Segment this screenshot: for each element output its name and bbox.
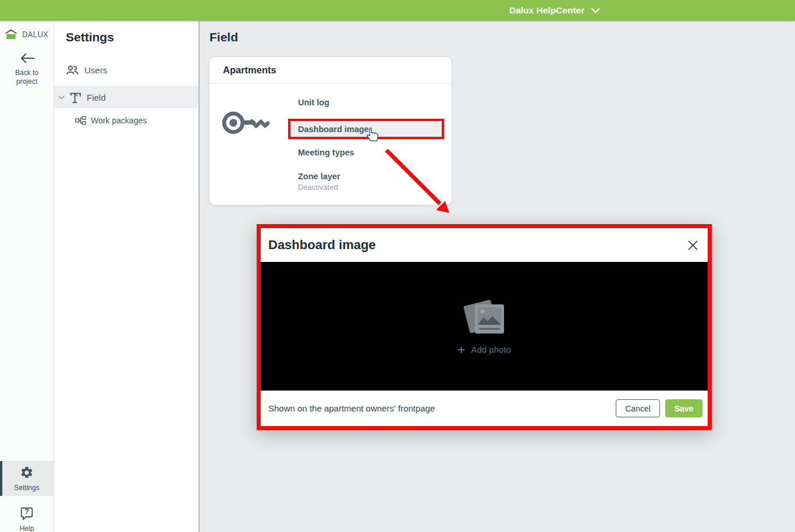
logo-text: DALUX [22, 30, 48, 39]
project-switcher[interactable]: Dalux HelpCenter [509, 0, 599, 21]
sidebar-item-users-label: Users [84, 65, 107, 75]
topbar: Dalux HelpCenter [0, 0, 795, 21]
back-to-project-button[interactable]: Back to project [0, 52, 54, 86]
option-unit-log[interactable]: Unit log [298, 98, 329, 107]
settings-panel: Settings Users Field [54, 21, 198, 532]
apartments-card-title: Apartments [223, 65, 276, 76]
option-meeting-types[interactable]: Meeting types [298, 148, 354, 157]
chevron-down-icon [591, 8, 599, 13]
option-zone-layer-status: Deactivated [298, 183, 338, 191]
option-zone-layer[interactable]: Zone layer [298, 172, 340, 181]
back-label-line1: Back to [0, 69, 54, 77]
users-icon [66, 65, 79, 75]
sidebar-item-users[interactable]: Users [54, 58, 198, 81]
add-photo-label: Add photo [471, 345, 511, 354]
sidebar-item-field-label: Field [87, 93, 106, 102]
panel-divider [198, 21, 200, 532]
rail-settings-label: Settings [0, 484, 54, 492]
help-question-glyph: ? [20, 507, 34, 516]
option-dashboard-image-label: Dashboard image [290, 125, 369, 134]
work-packages-icon [75, 116, 86, 125]
sidebar-item-field[interactable]: Field [54, 86, 198, 108]
modal-header: Dashboard image [261, 228, 708, 262]
modal-footer: Shown on the apartment owners' frontpage… [261, 391, 708, 426]
option-zone-layer-label: Zone layer [298, 172, 340, 181]
rail-item-settings[interactable]: Settings [0, 461, 54, 496]
key-icon [220, 106, 271, 142]
option-unit-log-label: Unit log [298, 98, 329, 107]
arrow-left-icon [18, 52, 36, 64]
house-icon [3, 28, 19, 40]
sidebar-item-work-packages[interactable]: Work packages [54, 111, 198, 130]
page-title: Field [210, 30, 238, 44]
modal-title: Dashboard image [261, 237, 376, 253]
option-meeting-types-label: Meeting types [298, 148, 354, 157]
plus-icon: + [457, 344, 465, 356]
cancel-button[interactable]: Cancel [616, 399, 660, 417]
app-window: Dalux HelpCenter DALUX Back to project [0, 0, 795, 532]
project-title: Dalux HelpCenter [509, 5, 584, 16]
save-button[interactable]: Save [665, 399, 702, 417]
dashboard-image-modal: Dashboard image + Add photo [257, 224, 712, 430]
close-icon[interactable] [688, 240, 698, 250]
apartments-card: Apartments Unit log Dashboard image [210, 57, 452, 205]
photo-placeholder-icon [462, 297, 506, 336]
modal-footer-note: Shown on the apartment owners' frontpage [268, 403, 616, 413]
apartments-card-header: Apartments [210, 57, 452, 84]
rail-item-help[interactable]: ? Help [0, 503, 54, 532]
back-label-line2: project [0, 77, 54, 86]
dashboard-image-area: + Add photo [261, 262, 708, 391]
crane-icon [69, 90, 83, 104]
sidebar-item-work-packages-label: Work packages [91, 116, 147, 125]
rail-help-label: Help [0, 524, 54, 532]
gear-icon [20, 466, 34, 480]
settings-panel-title: Settings [66, 30, 114, 44]
add-photo-button[interactable]: + Add photo [457, 344, 511, 356]
dalux-logo: DALUX [0, 28, 54, 40]
chevron-down-icon [58, 95, 65, 100]
left-rail: DALUX Back to project Settings ? [0, 21, 54, 532]
option-dashboard-image[interactable]: Dashboard image [288, 119, 444, 139]
help-icon: ? [20, 506, 34, 520]
